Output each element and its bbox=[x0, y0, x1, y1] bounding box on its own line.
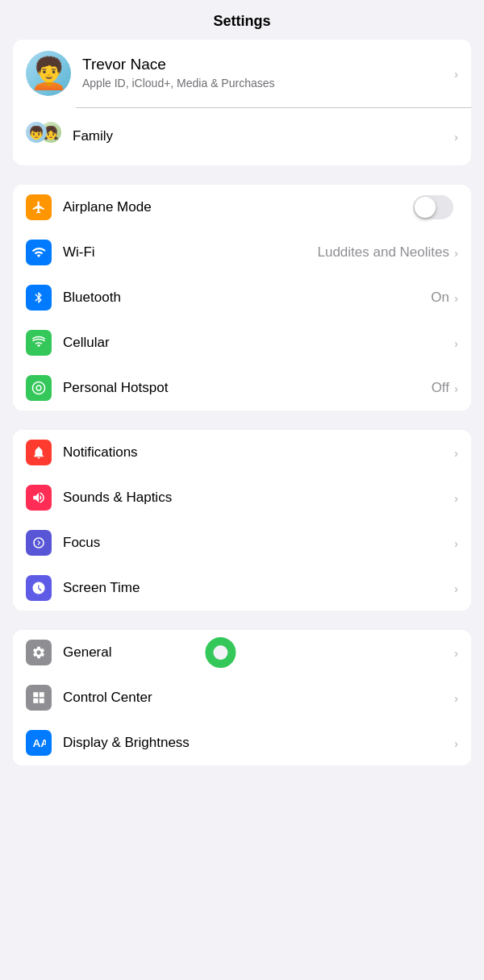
airplane-mode-toggle[interactable] bbox=[413, 195, 453, 219]
personal-hotspot-chevron: › bbox=[454, 382, 458, 395]
airplane-mode-icon bbox=[26, 194, 52, 220]
wifi-label: Wi-Fi bbox=[63, 244, 317, 261]
control-center-row[interactable]: Control Center › bbox=[13, 675, 471, 720]
family-label: Family bbox=[73, 128, 454, 144]
notifications-chevron: › bbox=[454, 446, 458, 460]
cellular-row[interactable]: Cellular › bbox=[13, 320, 471, 365]
cellular-label: Cellular bbox=[63, 335, 454, 351]
personal-hotspot-value: Off bbox=[432, 380, 449, 396]
general-indicator-inner bbox=[213, 645, 227, 660]
bluetooth-icon bbox=[26, 285, 52, 311]
cellular-icon bbox=[26, 330, 52, 356]
bluetooth-label: Bluetooth bbox=[63, 290, 431, 306]
control-center-chevron: › bbox=[454, 691, 458, 705]
airplane-mode-label: Airplane Mode bbox=[63, 199, 413, 215]
notifications-label: Notifications bbox=[63, 444, 454, 461]
screen-time-chevron: › bbox=[454, 582, 458, 595]
screen-time-label: Screen Time bbox=[63, 580, 454, 596]
wifi-value: Luddites and Neolites bbox=[317, 244, 449, 261]
page-title: Settings bbox=[0, 0, 484, 40]
notifications-row[interactable]: Notifications › bbox=[13, 430, 471, 475]
wifi-row[interactable]: Wi-Fi Luddites and Neolites › bbox=[13, 230, 471, 275]
sounds-row[interactable]: Sounds & Haptics › bbox=[13, 475, 471, 520]
wifi-chevron: › bbox=[454, 246, 458, 260]
general-row[interactable]: General › bbox=[13, 630, 471, 675]
avatar: 🧑‍🦱 bbox=[26, 51, 71, 96]
focus-row[interactable]: Focus › bbox=[13, 520, 471, 565]
family-chevron: › bbox=[454, 130, 458, 144]
sounds-label: Sounds & Haptics bbox=[63, 490, 454, 506]
profile-section: 🧑‍🦱 Trevor Nace Apple ID, iCloud+, Media… bbox=[13, 40, 471, 165]
connectivity-section: Airplane Mode Wi-Fi Luddites and Neolite… bbox=[13, 185, 471, 411]
display-row[interactable]: AA Display & Brightness › bbox=[13, 720, 471, 765]
sounds-chevron: › bbox=[454, 491, 458, 505]
profile-row[interactable]: 🧑‍🦱 Trevor Nace Apple ID, iCloud+, Media… bbox=[13, 40, 471, 107]
personal-hotspot-label: Personal Hotspot bbox=[63, 380, 432, 396]
control-center-label: Control Center bbox=[63, 690, 454, 706]
profile-name: Trevor Nace bbox=[82, 55, 454, 75]
general-chevron: › bbox=[454, 646, 458, 660]
focus-chevron: › bbox=[454, 536, 458, 550]
display-label: Display & Brightness bbox=[63, 735, 454, 751]
airplane-mode-row[interactable]: Airplane Mode bbox=[13, 185, 471, 230]
notifications-icon bbox=[26, 440, 52, 465]
sounds-icon bbox=[26, 485, 52, 511]
airplane-mode-toggle-knob bbox=[415, 197, 436, 218]
focus-icon bbox=[26, 530, 52, 556]
general-label: General bbox=[63, 644, 454, 661]
control-center-icon bbox=[26, 685, 52, 711]
family-avatar-1: 👦 bbox=[26, 122, 47, 143]
personal-hotspot-icon bbox=[26, 375, 52, 401]
profile-subtitle: Apple ID, iCloud+, Media & Purchases bbox=[82, 76, 454, 92]
screen-time-icon bbox=[26, 575, 52, 601]
family-row[interactable]: 👦 👧 Family › bbox=[13, 107, 471, 165]
svg-text:AA: AA bbox=[33, 737, 47, 749]
cellular-chevron: › bbox=[454, 336, 458, 350]
screen-time-row[interactable]: Screen Time › bbox=[13, 565, 471, 611]
display-icon: AA bbox=[26, 730, 52, 756]
profile-text: Trevor Nace Apple ID, iCloud+, Media & P… bbox=[82, 55, 454, 91]
bluetooth-chevron: › bbox=[454, 291, 458, 305]
bluetooth-value: On bbox=[431, 290, 449, 306]
general-icon bbox=[26, 640, 52, 665]
general-indicator bbox=[205, 637, 236, 668]
bluetooth-row[interactable]: Bluetooth On › bbox=[13, 275, 471, 320]
display-chevron: › bbox=[454, 736, 458, 750]
profile-chevron: › bbox=[454, 67, 458, 81]
general-section: General › Control Center › AA Display & … bbox=[13, 630, 471, 765]
wifi-icon bbox=[26, 240, 52, 265]
notifications-section: Notifications › Sounds & Haptics › Focus… bbox=[13, 430, 471, 611]
family-avatars: 👦 👧 bbox=[26, 119, 61, 154]
focus-label: Focus bbox=[63, 535, 454, 551]
personal-hotspot-row[interactable]: Personal Hotspot Off › bbox=[13, 365, 471, 411]
